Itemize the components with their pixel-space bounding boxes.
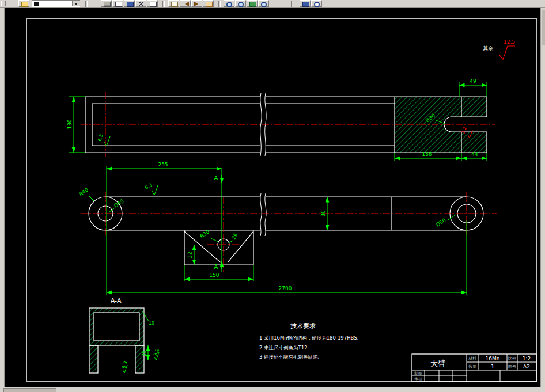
roughness-leg-label: 6.3	[121, 361, 128, 370]
copy-icon	[150, 2, 157, 7]
scale-label: 比例	[508, 356, 516, 361]
title-block: 大臂 材料 16Mn 比例 1:2 数量 1 图号 A2 制图 审核	[412, 354, 536, 382]
roughness-plan-label: 6.3	[144, 182, 153, 191]
quantity-label: 数量	[468, 364, 476, 369]
dim-130-label: 130	[67, 119, 73, 129]
print-button[interactable]	[101, 0, 112, 7]
plan-view-outline	[105, 197, 467, 265]
open-button[interactable]	[18, 0, 29, 7]
material-label: 材料	[468, 356, 476, 361]
vertical-scrollbar[interactable]	[540, 7, 545, 387]
roughness-side-label: 6.3	[97, 134, 104, 142]
paste-button[interactable]	[168, 0, 179, 7]
dim-49-label: 49	[470, 78, 476, 84]
sheet-value: A2	[523, 364, 530, 370]
toolbar-drag-handle[interactable]	[1, 1, 6, 6]
dim-49-extension	[459, 82, 487, 97]
technical-requirements: 技术要求 1 采用16Mn钢的结构，硬度为180-197HBS. 2 未注尺寸倒…	[259, 322, 358, 360]
properties-button[interactable]	[300, 0, 311, 7]
redo-icon	[194, 2, 200, 6]
zoom-realtime-icon	[226, 2, 232, 7]
material-value: 16Mn	[486, 356, 500, 361]
spell-check-icon	[127, 2, 134, 7]
toolbar	[0, 0, 545, 8]
sheet-frame	[27, 18, 536, 382]
side-view: 130 49 156 44 R30 6.3 3.2	[67, 78, 495, 161]
properties-icon	[302, 2, 309, 7]
dim-255-label: 255	[158, 162, 168, 168]
zoom-realtime-button[interactable]	[224, 0, 234, 7]
cut-button[interactable]	[135, 0, 146, 7]
dim-10-label: 10	[149, 321, 154, 326]
zoom-window-icon	[238, 2, 244, 7]
right-hole-label: Ø50	[435, 217, 447, 228]
bracket-radius-leader	[211, 238, 218, 242]
dim-150-label: 150	[209, 272, 219, 278]
drawing-svg: 130 49 156 44 R30 6.3 3.2	[5, 7, 540, 387]
undo-button[interactable]	[180, 0, 191, 7]
zoom-all-icon	[249, 2, 256, 7]
right-hole-leader	[448, 215, 456, 220]
tech-req-item-3: 3 焊接处不能有毛刺等缺陷.	[259, 354, 319, 360]
help-icon	[314, 2, 320, 7]
end-radius-leader	[89, 196, 94, 201]
section-view: A-A 10 26 3.2 6.3	[89, 297, 160, 373]
part-name: 大臂	[430, 359, 445, 368]
spell-check-button[interactable]	[124, 0, 135, 7]
rest-note-label: 其余	[483, 45, 493, 51]
dim-32-label: 32	[187, 252, 193, 258]
section-view-label: A-A	[111, 297, 122, 305]
dim-44-label: 44	[471, 151, 478, 157]
dim-2700-label: 2700	[279, 286, 292, 291]
sheet-label: 图号	[508, 364, 516, 369]
toolbar-separator	[162, 1, 165, 7]
print-preview-button[interactable]	[112, 0, 123, 7]
layer-combo-dropdown-button[interactable]	[72, 1, 80, 6]
zoom-previous-icon	[261, 2, 267, 7]
tech-req-title: 技术要求	[290, 322, 316, 330]
horizontal-scrollbar[interactable]	[0, 387, 545, 392]
bracket-hole-label: 26	[230, 232, 239, 241]
left-window-edge	[0, 7, 5, 387]
zoom-window-button[interactable]	[235, 0, 246, 7]
sign-row-1-label: 制图	[414, 371, 422, 376]
section-inner-rect	[94, 313, 139, 341]
open-icon	[21, 2, 28, 7]
general-roughness-value: 12.5	[504, 39, 515, 45]
dim-80-label: 80	[320, 210, 326, 217]
plan-view-centerlines	[81, 192, 497, 272]
tech-req-item-2: 2 未注尺寸倒角为T12.	[259, 345, 309, 351]
undo-icon	[183, 2, 189, 6]
toolbar-separator	[291, 1, 293, 7]
dim-156-label: 156	[422, 151, 432, 157]
dim-26-label: 26	[142, 351, 147, 356]
copy-button[interactable]	[147, 0, 158, 7]
horizontal-scrollbar-thumb[interactable]	[3, 388, 56, 392]
zoom-all-button[interactable]	[247, 0, 258, 7]
section-outer-rect	[89, 308, 144, 345]
vertical-scrollbar-thumb[interactable]	[542, 10, 545, 45]
scale-value: 1:2	[523, 356, 531, 361]
cad-application-window: 130 49 156 44 R30 6.3 3.2	[0, 0, 545, 392]
layer-color-chip	[34, 2, 39, 6]
paste-icon	[171, 2, 178, 7]
tech-req-item-1: 1 采用16Mn钢的结构，硬度为180-197HBS.	[259, 335, 358, 341]
pan-button[interactable]	[203, 0, 214, 7]
general-roughness-note: 其余 12.5	[483, 39, 515, 59]
redo-button[interactable]	[191, 0, 202, 7]
pan-icon	[206, 2, 213, 7]
section-letter-bottom: A	[214, 264, 218, 270]
sign-row-2-label: 审核	[414, 377, 422, 382]
drawing-canvas[interactable]: 130 49 156 44 R30 6.3 3.2	[5, 7, 540, 387]
end-radius-label: R40	[78, 187, 89, 197]
section-wall-hatch	[89, 308, 144, 345]
section-letter-top: A	[214, 175, 218, 181]
general-roughness-symbol	[499, 46, 515, 59]
help-button[interactable]	[311, 0, 322, 7]
section-left-leg	[89, 345, 98, 373]
toolbar-separator	[218, 1, 221, 7]
section-right-leg	[135, 345, 144, 373]
plan-view-break-lines	[260, 193, 266, 236]
layer-combo[interactable]	[32, 0, 80, 7]
zoom-previous-button[interactable]	[258, 0, 269, 7]
